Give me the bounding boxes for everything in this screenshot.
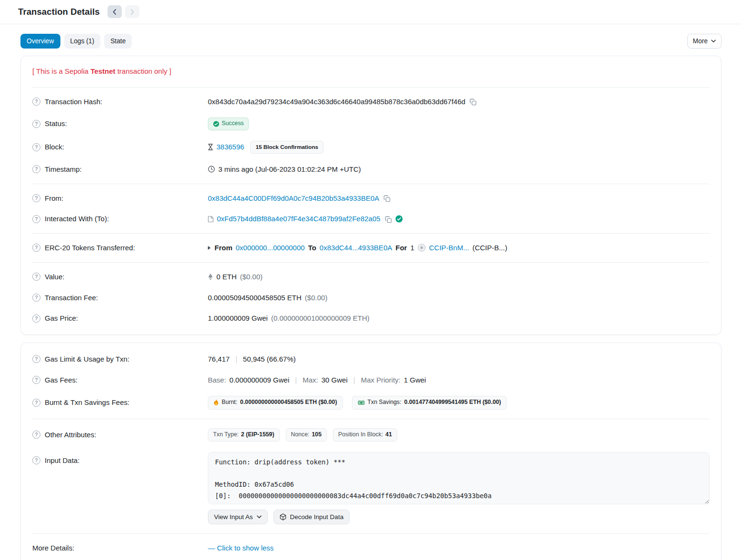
- gas-fees-max-priority-label: Max Priority:: [361, 375, 400, 385]
- block-label: Block:: [45, 142, 64, 152]
- erc20-from-address-link[interactable]: 0x000000...00000000: [236, 243, 305, 253]
- burnt-label: Burnt:: [222, 398, 237, 407]
- timestamp-label: Timestamp:: [45, 164, 82, 175]
- more-button[interactable]: More: [687, 34, 722, 49]
- from-address-link[interactable]: 0x83dC44a4C00DFf69d0A0c7c94B20b53a4933BE…: [208, 193, 379, 204]
- row-timestamp: ? Timestamp: 3 mins ago (Jul-06-2023 01:…: [32, 159, 710, 180]
- help-icon[interactable]: ?: [32, 273, 40, 281]
- interacted-with-label: Interacted With (To):: [45, 214, 109, 224]
- gas-fees-max-value: 30 Gwei: [322, 375, 348, 385]
- row-interacted-with: ? Interacted With (To): 0xFd57b4ddBf88a4…: [32, 208, 710, 229]
- chevron-left-icon: [113, 9, 117, 15]
- notice-post: transaction only ]: [116, 67, 172, 75]
- nonce-badge: Nonce: 105: [286, 428, 327, 442]
- next-transaction-button[interactable]: [125, 5, 139, 18]
- help-icon[interactable]: ?: [32, 355, 40, 363]
- row-status: ? Status: Success: [32, 112, 710, 136]
- erc20-token-symbol: (CCIP-B...): [472, 243, 507, 253]
- view-input-as-button[interactable]: View Input As: [208, 510, 268, 524]
- help-icon[interactable]: ?: [32, 215, 40, 223]
- block-confirmations-badge: 15 Block Confirmations: [250, 141, 323, 154]
- copy-icon[interactable]: [382, 194, 391, 202]
- row-label: ? Block:: [32, 142, 208, 152]
- help-icon[interactable]: ?: [32, 376, 40, 384]
- tab-logs[interactable]: Logs (1): [64, 34, 101, 49]
- tab-state[interactable]: State: [104, 34, 132, 49]
- nonce-label: Nonce:: [291, 431, 310, 439]
- burnt-fee-badge: Burnt: 0.000000000000458505 ETH ($0.00): [208, 396, 343, 410]
- txn-type-value: 2 (EIP-1559): [241, 431, 274, 439]
- gas-fees-label: Gas Fees:: [45, 375, 78, 385]
- txn-type-label: Txn Type:: [213, 431, 239, 439]
- row-label: ? Input Data:: [32, 452, 208, 466]
- block-number-link[interactable]: 3836596: [216, 142, 244, 152]
- erc20-for-word: For: [395, 243, 407, 253]
- help-icon[interactable]: ?: [32, 244, 40, 252]
- other-attributes-label: Other Attributes:: [45, 430, 96, 440]
- divider: [32, 533, 710, 534]
- transaction-fee-amount: 0.000050945000458505 ETH: [208, 293, 302, 303]
- help-icon[interactable]: ?: [32, 165, 40, 173]
- input-data-label: Input Data:: [45, 455, 79, 466]
- row-label: ? Gas Fees:: [32, 375, 208, 385]
- previous-transaction-button[interactable]: [107, 5, 122, 18]
- row-label: ? Burnt & Txn Savings Fees:: [32, 397, 208, 408]
- copy-icon[interactable]: [469, 98, 477, 106]
- to-address-link[interactable]: 0xFd57b4ddBf88a4e07fF4e34C487b99af2Fe82a…: [217, 214, 381, 224]
- erc20-token-name-link[interactable]: CCIP-BnM...: [429, 243, 469, 253]
- show-less-link[interactable]: — Click to show less: [208, 543, 273, 553]
- help-icon[interactable]: ?: [32, 399, 40, 407]
- transaction-fee-label: Transaction Fee:: [45, 293, 98, 303]
- help-icon[interactable]: ?: [32, 194, 40, 202]
- row-gas-limit-usage: ? Gas Limit & Usage by Txn: 76,417 | 50,…: [32, 347, 710, 370]
- view-input-as-label: View Input As: [214, 513, 253, 521]
- tab-overview[interactable]: Overview: [20, 34, 60, 49]
- value-usd: ($0.00): [240, 272, 263, 282]
- help-icon[interactable]: ?: [32, 143, 40, 151]
- copy-icon[interactable]: [384, 215, 392, 223]
- row-gas-fees: ? Gas Fees: Base: 0.000000009 Gwei | Max…: [32, 370, 710, 391]
- help-icon[interactable]: ?: [32, 314, 40, 323]
- transaction-details-page: Transaction Details Overview Logs (1) St…: [0, 0, 742, 560]
- verified-check-icon: [395, 215, 403, 223]
- row-label: ? Status:: [32, 118, 208, 129]
- gas-price-label: Gas Price:: [45, 313, 78, 324]
- position-in-block-badge: Position In Block: 41: [333, 428, 397, 442]
- chevron-right-icon: [130, 9, 134, 15]
- row-block: ? Block: 3836596 15 Block Confirmations: [32, 136, 710, 159]
- row-from: ? From: 0x83dC44a4C00DFf69d0A0c7c94B20b5…: [32, 188, 710, 209]
- status-label: Status:: [45, 118, 67, 129]
- erc20-to-word: To: [308, 243, 316, 253]
- divider: [32, 419, 710, 419]
- caret-right-icon: [208, 246, 211, 250]
- chevron-down-icon: [711, 39, 716, 43]
- value-amount: 0 ETH: [216, 272, 237, 282]
- position-in-block-label: Position In Block:: [338, 431, 383, 439]
- help-icon[interactable]: ?: [32, 431, 40, 439]
- page-title: Transaction Details: [18, 7, 100, 17]
- help-icon[interactable]: ?: [32, 456, 40, 464]
- divider: [32, 262, 710, 263]
- status-badge-text: Success: [222, 119, 244, 128]
- transaction-hash-value: 0x843dc70a4a29d79234c49a904c363d6c46640a…: [208, 97, 465, 107]
- gas-fees-max-label: Max:: [303, 375, 318, 385]
- input-data-textarea[interactable]: Function: drip(address token) *** Method…: [208, 452, 710, 504]
- help-icon[interactable]: ?: [32, 98, 40, 106]
- divider: [32, 233, 710, 234]
- help-icon[interactable]: ?: [32, 294, 40, 302]
- row-transaction-fee: ? Transaction Fee: 0.000050945000458505 …: [32, 287, 710, 308]
- help-icon[interactable]: ?: [32, 120, 40, 128]
- from-label: From:: [45, 193, 63, 204]
- row-label: ? Timestamp:: [32, 164, 208, 175]
- clock-icon: [208, 166, 215, 173]
- testnet-notice: [ This is a Sepolia Testnet transaction …: [32, 60, 710, 83]
- cube-icon: [280, 513, 286, 521]
- transaction-hash-label: Transaction Hash:: [45, 97, 102, 107]
- decode-input-data-label: Decode Input Data: [290, 513, 344, 521]
- erc20-to-address-link[interactable]: 0x83dC44...4933BE0A: [320, 243, 392, 253]
- decode-input-data-button[interactable]: Decode Input Data: [273, 510, 350, 524]
- page-header: Transaction Details: [0, 0, 742, 24]
- contract-file-icon: [208, 216, 214, 223]
- row-other-attributes: ? Other Attributes: Txn Type: 2 (EIP-155…: [32, 423, 710, 447]
- row-label: ? Transaction Fee:: [32, 293, 208, 303]
